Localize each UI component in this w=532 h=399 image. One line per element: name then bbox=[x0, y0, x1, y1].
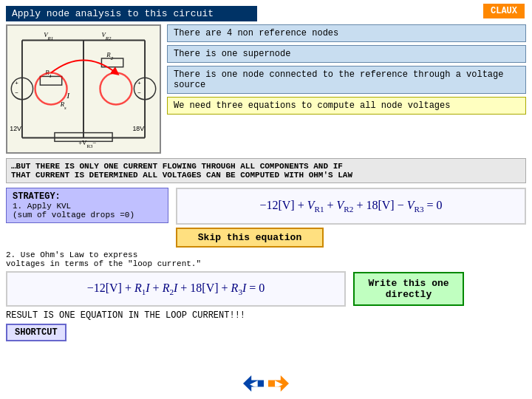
shortcut-button[interactable]: SHORTCUT bbox=[6, 324, 66, 341]
kvl-equation: −12[V] + VR1 + VR2 + 18[V] − VR3 = 0 bbox=[176, 188, 526, 225]
ohm-line-2: voltages in terms of the "loop current." bbox=[6, 259, 526, 268]
ohm-line-1: 2. Use Ohm's Law to express bbox=[6, 250, 526, 259]
eq2-equation-text: −12[V] + R1I + R2I + 18[V] + R3I = 0 bbox=[87, 282, 265, 296]
ohm-text: 2. Use Ohm's Law to express voltages in … bbox=[6, 250, 526, 268]
svg-text:18V: 18V bbox=[132, 125, 144, 132]
slide-title: Apply node analysis to this circuit bbox=[6, 6, 257, 21]
nav-back-button[interactable]: ◀ bbox=[243, 375, 264, 392]
strategy-step-1: 1. Apply KVL bbox=[13, 202, 162, 211]
strategy-section: STRATEGY: 1. Apply KVL (sum of voltage d… bbox=[6, 188, 526, 225]
strategy-box: STRATEGY: 1. Apply KVL (sum of voltage d… bbox=[6, 188, 168, 223]
eq2-equation: −12[V] + R1I + R2I + 18[V] + R3I = 0 bbox=[6, 271, 346, 307]
slide: Apply node analysis to this circuit VR1 bbox=[0, 0, 532, 399]
result-text: RESULT IS ONE EQUATION IN THE LOOP CURRE… bbox=[6, 310, 526, 321]
info-box-1: There are 4 non reference nodes bbox=[167, 24, 526, 42]
info-boxes-container: There are 4 non reference nodes There is… bbox=[167, 24, 526, 154]
svg-text:+: + bbox=[137, 80, 141, 86]
svg-text:−: − bbox=[15, 89, 18, 96]
svg-text:−: − bbox=[137, 89, 141, 96]
svg-text:12V: 12V bbox=[10, 125, 21, 132]
but-line-1: …BUT THERE IS ONLY ONE CURRENT FLOWING T… bbox=[11, 162, 521, 171]
circuit-diagram: VR1 VR2 R1 R2 I Rs + − 12V bbox=[6, 24, 161, 154]
strategy-label: STRATEGY: bbox=[13, 191, 162, 202]
svg-text:+: + bbox=[15, 80, 18, 86]
but-section: …BUT THERE IS ONLY ONE CURRENT FLOWING T… bbox=[6, 158, 526, 183]
skip-equation-row: Skip this equation bbox=[6, 228, 526, 248]
strategy-step-2: (sum of voltage drops =0) bbox=[13, 211, 162, 219]
info-box-3: There is one node connected to the refer… bbox=[167, 66, 526, 94]
info-box-2: There is one supernode bbox=[167, 45, 526, 63]
nav-arrows: ◀ ▶ bbox=[243, 375, 289, 392]
write-directly-box: Write this one directly bbox=[353, 272, 464, 306]
skip-equation-box: Skip this equation bbox=[176, 228, 324, 248]
nav-forward-button[interactable]: ▶ bbox=[268, 375, 289, 392]
result-row: RESULT IS ONE EQUATION IN THE LOOP CURRE… bbox=[6, 310, 526, 341]
close-button[interactable]: CLAUX bbox=[483, 4, 525, 18]
info-box-4: We need three equations to compute all n… bbox=[167, 97, 526, 115]
nav-back-icon: ◀ bbox=[250, 378, 258, 389]
kvl-equation-text: −12[V] + VR1 + VR2 + 18[V] − VR3 = 0 bbox=[259, 199, 442, 214]
but-line-2: THAT CURRENT IS DETERMINED ALL VOLTAGES … bbox=[11, 171, 521, 180]
eq2-section: −12[V] + R1I + R2I + 18[V] + R3I = 0 Wri… bbox=[6, 271, 526, 307]
nav-forward-icon: ▶ bbox=[275, 378, 283, 389]
top-section: VR1 VR2 R1 R2 I Rs + − 12V bbox=[6, 24, 526, 154]
